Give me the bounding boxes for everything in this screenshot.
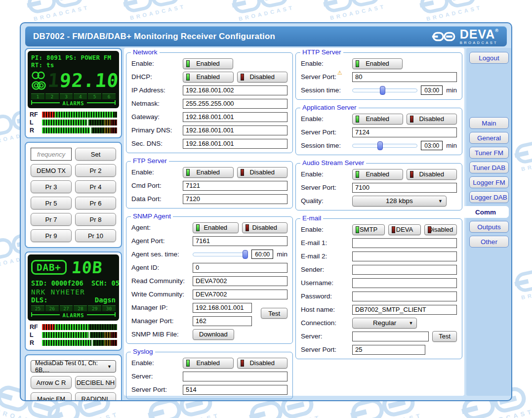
preset-button-pr-10[interactable]: Pr 10 — [75, 229, 116, 242]
fm-rt-value: ts — [46, 61, 54, 69]
disabled-button[interactable]: Disabled — [424, 224, 457, 235]
e-mail-1-input[interactable] — [352, 238, 457, 248]
tab-other[interactable]: Other — [469, 236, 509, 248]
meter-bar — [42, 340, 117, 346]
dab-preset-button-magic-fm[interactable]: Magic FM — [31, 392, 72, 401]
agent-port-input[interactable] — [193, 236, 287, 246]
server-port-input[interactable] — [352, 72, 457, 82]
manager-ip-input[interactable] — [193, 303, 252, 313]
primary-dns-input[interactable] — [183, 125, 287, 135]
tab-general[interactable]: General — [469, 132, 509, 144]
tab-comm[interactable]: Comm — [462, 206, 509, 218]
netmask-input[interactable] — [183, 99, 287, 109]
preset-button-pr-9[interactable]: Pr 9 — [31, 229, 72, 242]
slider-handle[interactable] — [380, 86, 385, 95]
server-port-input[interactable] — [183, 385, 287, 395]
gateway-input[interactable] — [183, 112, 287, 122]
sender-input[interactable] — [352, 265, 457, 275]
preset-button-pr-2[interactable]: Pr 2 — [75, 164, 116, 177]
session-time-slider[interactable]: 03:00min — [352, 85, 457, 95]
disabled-button[interactable]: Disabled — [237, 167, 288, 178]
e-mail-2-input[interactable] — [352, 251, 457, 261]
preset-button-pr-4[interactable]: Pr 4 — [75, 180, 116, 193]
settings-row: Session time:03:00min — [301, 84, 457, 97]
password-input[interactable] — [352, 292, 457, 301]
session-time-label: Session time: — [301, 142, 352, 149]
dab-preset-button-decibel-nh[interactable]: DECIBEL NH — [75, 376, 116, 389]
preset-button-demo-tx[interactable]: DEMO TX — [31, 164, 72, 177]
enabled-button[interactable]: Enabled — [193, 222, 239, 233]
slider-track[interactable] — [352, 88, 417, 92]
sec-dns-input[interactable] — [183, 139, 287, 149]
enabled-button[interactable]: Enabled — [183, 358, 234, 369]
preset-button-pr-7[interactable]: Pr 7 — [31, 213, 72, 226]
disabled-button[interactable]: Disabled — [237, 72, 288, 83]
enabled-button[interactable]: Enabled — [352, 169, 403, 180]
enabled-button[interactable]: Enabled — [183, 167, 234, 178]
server-port-input[interactable] — [352, 183, 457, 193]
tab-tuner-fm[interactable]: Tuner FM — [469, 147, 509, 159]
dab-preset-button-arrow-c-r[interactable]: Arrow C R — [31, 376, 72, 389]
cmd-port-input[interactable] — [183, 181, 287, 191]
preset-button-pr-8[interactable]: Pr 8 — [75, 213, 116, 226]
quality-select[interactable]: 128 kbps▼ — [352, 196, 447, 207]
read-community-input[interactable] — [193, 276, 287, 286]
netmask-label: Netmask: — [131, 100, 183, 107]
meter-label: RF — [30, 111, 40, 118]
tab-main[interactable]: Main — [469, 117, 509, 129]
username-input[interactable] — [352, 278, 457, 288]
slider-track[interactable] — [193, 252, 248, 256]
test-button[interactable]: Test — [432, 331, 457, 342]
disabled-button[interactable]: Disabled — [237, 358, 288, 369]
preset-button-pr-3[interactable]: Pr 3 — [31, 180, 72, 193]
deva-button[interactable]: DEVA — [388, 224, 421, 235]
enabled-button[interactable]: Enabled — [352, 58, 403, 69]
slider-handle[interactable] — [243, 250, 248, 259]
write-community-input[interactable] — [193, 290, 287, 299]
primary-dns-label: Primary DNS: — [131, 126, 183, 134]
server-port-input[interactable] — [352, 127, 457, 137]
connection-select[interactable]: Regular▼ — [352, 318, 417, 329]
tab-logger-dab[interactable]: Logger DAB — [469, 191, 509, 203]
frequency-input[interactable] — [31, 148, 72, 161]
dab-station-select[interactable]: MediaDab Test 01, Ch: 6B,... ▼ — [31, 360, 116, 373]
disabled-button[interactable]: Disabled — [242, 222, 288, 233]
led-indicator — [186, 360, 190, 367]
slider-handle[interactable] — [377, 141, 383, 150]
led-indicator — [241, 360, 244, 367]
preset-button-pr-6[interactable]: Pr 6 — [75, 197, 116, 209]
alarm-cell: 30 — [102, 305, 116, 311]
agent-ses-time-value: 60:00 — [251, 250, 273, 259]
session-time-slider[interactable]: 03:00min — [352, 141, 457, 150]
enabled-button[interactable]: Enabled — [352, 114, 403, 125]
server-input[interactable] — [352, 332, 429, 341]
tab-logger-fm[interactable]: Logger FM — [469, 176, 509, 188]
test-button[interactable]: Test — [261, 308, 287, 319]
settings-row: Quality:128 kbps▼ — [301, 194, 457, 208]
manager-port-input[interactable] — [193, 316, 252, 326]
meter-bar — [42, 120, 117, 125]
disabled-button[interactable]: Disabled — [407, 169, 457, 180]
tab-tuner-dab[interactable]: Tuner DAB — [469, 162, 509, 173]
preset-button-pr-5[interactable]: Pr 5 — [31, 197, 72, 209]
section-title: FTP Server — [131, 157, 169, 165]
host-name-input[interactable] — [352, 305, 457, 315]
enabled-button[interactable]: Enabled — [183, 58, 233, 69]
logout-button[interactable]: Logout — [469, 52, 509, 64]
server-input[interactable] — [183, 372, 287, 381]
dab-preset-button-radionl[interactable]: RADIONL — [75, 392, 116, 401]
slider-track[interactable] — [352, 144, 417, 148]
ip-address-input[interactable] — [183, 85, 287, 95]
data-port-input[interactable] — [183, 194, 287, 204]
agent-ses-time-slider[interactable]: 60:00min — [193, 250, 287, 259]
smtp-button[interactable]: SMTP — [352, 224, 385, 235]
download-button[interactable]: Download — [193, 329, 234, 340]
server-port-input[interactable] — [352, 345, 425, 355]
enabled-button[interactable]: Enabled — [183, 72, 234, 83]
unit-label: min — [277, 251, 287, 258]
tab-outputs[interactable]: Outputs — [469, 221, 509, 233]
set-button[interactable]: Set — [75, 148, 116, 161]
data-port-label: Data Port: — [131, 195, 183, 203]
disabled-button[interactable]: Disabled — [407, 114, 457, 125]
agent-id-input[interactable] — [193, 263, 287, 273]
